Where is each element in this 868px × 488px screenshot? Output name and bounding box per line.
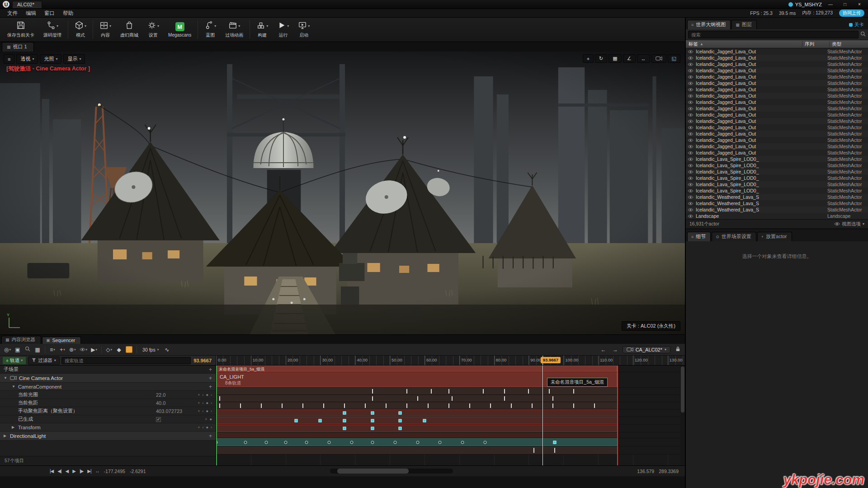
outliner-row[interactable]: Icelandic_Jagged_Lava_Out StaticMeshActo… [686, 124, 868, 131]
visibility-eye-icon[interactable] [688, 69, 693, 73]
caret-right-icon[interactable]: ▶ [12, 425, 16, 429]
add-icon[interactable]: + [209, 384, 212, 390]
keyframe-lane[interactable] [216, 395, 685, 402]
build-button[interactable]: ▾ 构建 [252, 19, 273, 40]
keyframe[interactable] [372, 396, 373, 400]
tab-world-settings[interactable]: ⊙ 世界场景设置 [712, 232, 756, 241]
visibility-eye-icon[interactable] [688, 94, 693, 98]
keyframe[interactable] [483, 389, 484, 393]
property-value[interactable]: 403.072723 [156, 408, 182, 414]
view-options-button[interactable]: 视图选项 ▾ [834, 221, 864, 227]
track-current-aperture[interactable]: 当前光圈 22.0 +‹●› [0, 391, 216, 399]
playback-options-button[interactable]: ▶▾ [90, 345, 99, 354]
settings-button[interactable]: ▾ 设置 [143, 19, 164, 40]
set-key-icon[interactable]: ● [206, 401, 208, 405]
spawned-checkbox[interactable]: ✓ [156, 417, 161, 422]
keyframe[interactable] [554, 448, 555, 453]
outliner-row[interactable]: Icelandic_Jagged_Lava_Out StaticMeshActo… [686, 48, 868, 55]
keyframe[interactable] [448, 389, 449, 393]
menu-window[interactable]: 窗口 [41, 9, 58, 17]
outliner-row[interactable]: Icelandic_Jagged_Lava_Out StaticMeshActo… [686, 74, 868, 80]
menu-edit[interactable]: 编辑 [22, 9, 40, 17]
playhead-time-badge[interactable]: 93.9667 [541, 357, 561, 363]
visibility-eye-icon[interactable] [688, 88, 693, 92]
auto-key-button[interactable] [124, 345, 134, 354]
scale-snap-button[interactable]: ↔0.25 [637, 54, 650, 63]
visibility-eye-icon[interactable] [688, 126, 693, 130]
view-options-button[interactable]: ▾ [78, 345, 89, 354]
keyframe[interactable] [282, 403, 283, 408]
keyframe[interactable] [372, 389, 373, 393]
keyframe[interactable] [294, 419, 297, 422]
viewport-scene-render[interactable] [0, 52, 685, 334]
keyframe[interactable] [343, 412, 346, 415]
keyframe[interactable] [504, 396, 505, 400]
timeline-ruler[interactable]: 0.0010.0020.0030.0040.0050.0060.0070.008… [216, 356, 685, 365]
keyframe[interactable] [406, 389, 407, 393]
snap-grid-button[interactable]: ▦ [33, 345, 42, 354]
camera-speed-button[interactable]: 6 [651, 54, 666, 63]
maximize-viewport-button[interactable]: ◱ [668, 54, 680, 63]
level-tab[interactable]: ALC02* [12, 1, 42, 8]
outliner-row[interactable]: Icelandic_Jagged_Lava_Out StaticMeshActo… [686, 105, 868, 112]
column-label[interactable]: 标签▲ [689, 41, 802, 47]
add-key-icon[interactable]: + [198, 393, 200, 397]
keyframe[interactable] [431, 389, 432, 393]
keyframe[interactable] [319, 419, 322, 422]
outliner-search-input[interactable] [688, 31, 859, 38]
tab-details[interactable]: ≡ 细节 [687, 232, 711, 241]
visibility-eye-icon[interactable] [688, 75, 693, 79]
find-in-content-button[interactable] [23, 345, 32, 354]
actions-button[interactable]: ≡▾ [48, 345, 57, 354]
transport-button[interactable]: ◀| [57, 469, 61, 474]
blueprints-button[interactable]: ▾ 蓝图 [200, 19, 221, 40]
timeline-lanes[interactable]: 未命名混音项目_5a_烟混CA_LIGHT8条轨道未命名混音项目_5a_烟混 [216, 366, 685, 465]
camera-binding-button[interactable]: CA_ALC02* ▾ [623, 346, 670, 353]
next-key-icon[interactable]: › [211, 425, 212, 430]
source-control-button[interactable]: ▾ 源码管理 [39, 19, 66, 40]
key-options-button[interactable]: ◇▾ [104, 345, 113, 354]
set-key-icon[interactable]: ● [206, 425, 208, 430]
prev-key-icon[interactable]: ‹ [203, 401, 204, 405]
grid-snap-button[interactable]: ▦10 [609, 54, 621, 63]
keyframe[interactable] [371, 441, 374, 444]
outliner-row[interactable]: Icelandic_Jagged_Lava_Out StaticMeshActo… [686, 150, 868, 156]
visibility-eye-icon[interactable] [688, 138, 693, 142]
transport-button[interactable]: |▶ [80, 469, 83, 474]
rotate-tool-button[interactable]: ↻ [595, 54, 607, 63]
visibility-eye-icon[interactable] [688, 189, 693, 193]
forward-button[interactable]: → [611, 345, 620, 354]
playhead-line[interactable] [542, 366, 543, 465]
track-current-focal-length[interactable]: 当前焦距 40.0 +‹●› [0, 399, 216, 407]
keyframe[interactable] [386, 403, 387, 408]
keyframe[interactable] [484, 441, 487, 444]
keyframe[interactable] [594, 403, 595, 408]
audio-track-lane[interactable]: 未命名混音项目_5a_烟混 [216, 366, 685, 372]
keyframe[interactable] [533, 448, 534, 453]
visibility-eye-icon[interactable] [688, 170, 693, 174]
keyframe[interactable] [305, 441, 308, 444]
outliner-row[interactable]: Icelandic_Jagged_Lava_Out StaticMeshActo… [686, 93, 868, 99]
keyframe[interactable] [528, 389, 529, 393]
outliner-row[interactable]: Icelandic_Jagged_Lava_Out StaticMeshActo… [686, 118, 868, 124]
keyframe[interactable] [365, 403, 366, 408]
keyframe[interactable] [371, 419, 374, 422]
lit-mode-button[interactable]: 光照▾ [40, 54, 61, 64]
keyframe[interactable] [399, 419, 402, 422]
launch-button[interactable]: ▾ 启动 [293, 19, 314, 40]
outliner-row[interactable]: Icelandic_Weathered_Lava_S StaticMeshAct… [686, 206, 868, 213]
set-key-icon[interactable]: ● [206, 409, 208, 413]
keyframe-lane[interactable] [216, 438, 685, 446]
set-key-icon[interactable]: ● [210, 417, 212, 422]
outliner-row[interactable]: Icelandic_Jagged_Lava_Out StaticMeshActo… [686, 143, 868, 150]
visibility-eye-icon[interactable] [688, 214, 693, 218]
add-key-icon[interactable]: + [198, 425, 200, 430]
visibility-eye-icon[interactable] [688, 145, 693, 149]
keyframe[interactable] [265, 441, 268, 444]
viewport-3d[interactable]: ≡ 透视▾ 光照▾ 显示▾ [驾驶激活 - Cine Camera Actor … [0, 52, 685, 334]
visibility-eye-icon[interactable] [688, 119, 693, 123]
keyframe[interactable] [469, 403, 470, 408]
keyframe[interactable] [549, 389, 550, 393]
outliner-row[interactable]: Icelandic_Weathered_Lava_S StaticMeshAct… [686, 200, 868, 206]
lanes-scrollbar[interactable] [680, 366, 685, 465]
